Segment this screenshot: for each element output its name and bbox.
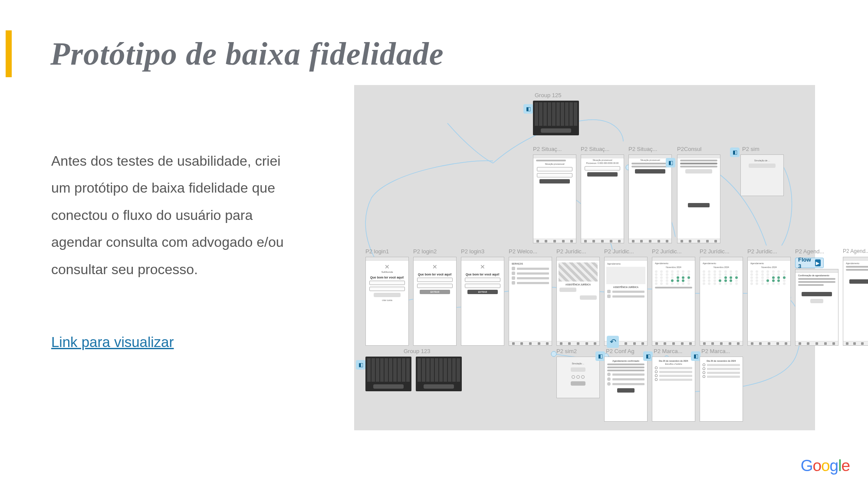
body-paragraph: Antes dos testes de usabilidade, criei u… — [51, 147, 294, 283]
view-prototype-link[interactable]: Link para visualizar — [51, 334, 174, 350]
google-logo: Google — [801, 457, 850, 475]
frame-sim2[interactable]: Simulação ... — [556, 357, 600, 398]
keyboard-123a — [365, 357, 411, 391]
page-title: Protótipo de baixa fidelidade — [50, 36, 444, 72]
frame-login3[interactable]: ✕ Que bom ter você aqui! ENTRAR — [461, 257, 504, 346]
frame-calendar-3[interactable]: Agendamento Novembro 2024 — [747, 257, 791, 346]
svg-point-12 — [551, 351, 556, 357]
frame-label: P2 Marca... — [701, 348, 730, 354]
frame-marca-1[interactable]: Dia 26 de novembro de 2024 Escolha o hor… — [652, 357, 695, 422]
frame-label: P2 Jurídic... — [556, 248, 586, 255]
prototype-canvas: Group 125 ◧ P2 Situaç... Situação proces… — [354, 85, 815, 430]
frame-label: P2 Jurídic... — [700, 248, 730, 255]
frame-label: P2 login1 — [365, 248, 389, 255]
frame-label: P2 sim — [742, 146, 760, 152]
group-label-125: Group 125 — [535, 92, 561, 98]
frame-agend-final[interactable]: Agendamento — [843, 257, 868, 346]
component-icon: ◧ — [691, 351, 700, 361]
component-icon: ◧ — [356, 360, 365, 370]
keyboard-125 — [533, 101, 579, 135]
frame-situacao-3[interactable]: Situação processual — [628, 154, 672, 243]
group-label-123: Group 123 — [404, 348, 430, 354]
back-icon[interactable]: ↶ — [607, 336, 619, 348]
frame-label: P2 Situaç... — [581, 146, 609, 152]
frame-label: P2 Jurídic... — [652, 248, 682, 255]
frame-juridico-img[interactable]: ASSISTÊNCIA JURÍDICA — [556, 257, 600, 346]
frame-label: P2 Jurídic... — [604, 248, 634, 255]
frame-label: P2 Situaç... — [628, 146, 657, 152]
keyboard-123b — [416, 357, 462, 391]
frame-welcome[interactable]: SERVIÇOS — [509, 257, 552, 346]
component-icon: ◧ — [730, 147, 740, 157]
component-icon: ◧ — [666, 158, 675, 167]
frame-situacao-2[interactable]: Situação processual Processos: 0.000.000… — [581, 154, 624, 243]
frame-label: P2 Conf Ag — [606, 348, 635, 354]
frame-label: P2Consul — [677, 146, 701, 152]
frame-label: P2 Situaç... — [533, 146, 562, 152]
frame-label: P2 Agend... — [795, 248, 824, 255]
frame-juridico-menu[interactable]: Agendamento ASSISTÊNCIA JURÍDICA — [604, 257, 648, 346]
frame-confirm-agend[interactable]: Confirmação de agendamento — [795, 269, 838, 346]
frame-sim[interactable]: Simulação de ... — [740, 154, 784, 196]
frame-calendar-2[interactable]: Agendamento Novembro 2024 — [700, 257, 743, 346]
component-icon: ◧ — [595, 351, 605, 361]
frame-label: P2 login2 — [413, 248, 437, 255]
accent-bar — [6, 30, 12, 77]
frame-calendar-1[interactable]: Agendamento Novembro 2024 — [652, 257, 695, 346]
frame-label: P2 sim2 — [556, 348, 577, 354]
frame-label: P2 login3 — [461, 248, 484, 255]
frame-conf-ag[interactable]: Agendamento confirmado — [604, 357, 648, 422]
component-icon: ◧ — [523, 104, 533, 114]
frame-label: P2 Jurídic... — [747, 248, 777, 255]
frame-marca-2[interactable]: Dia 26 de novembro de 2024 — [700, 357, 743, 422]
frame-label: P2 Agend... — [843, 248, 868, 254]
frame-login1[interactable]: ✕ SoMovida Que bom ter você aqui! criar … — [365, 257, 409, 346]
play-icon: ▶ — [815, 259, 821, 266]
flow-badge[interactable]: Flow 3▶ — [795, 258, 824, 268]
frame-situacao-1[interactable]: Situação processual — [533, 154, 576, 243]
frame-label: P2 Welco... — [509, 248, 537, 255]
frame-label: P2 Marca... — [654, 348, 682, 354]
frame-login2[interactable]: ✕ Que bom ter você aqui! ENTRAR — [413, 257, 457, 346]
frame-consulta[interactable] — [677, 154, 720, 243]
component-icon: ◧ — [643, 351, 653, 361]
